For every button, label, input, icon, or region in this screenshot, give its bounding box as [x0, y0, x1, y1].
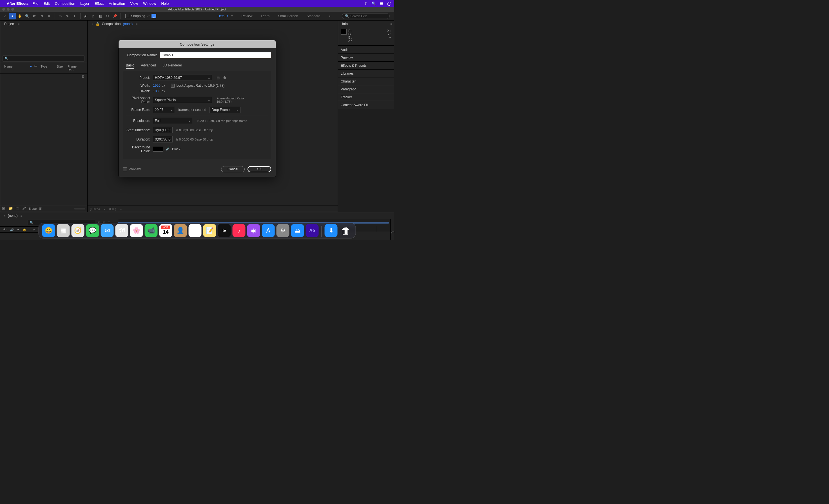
cancel-button[interactable]: Cancel [221, 166, 245, 172]
dock-app-photos[interactable]: 🌸 [130, 224, 143, 237]
menu-animation[interactable]: Animation [109, 1, 125, 6]
panel-audio[interactable]: Audio [338, 46, 394, 53]
brush-tool-icon[interactable]: 🖌 [82, 13, 89, 20]
panel-effects-presets[interactable]: Effects & Presets [338, 61, 394, 69]
panel-preview[interactable]: Preview [338, 53, 394, 61]
dock-app-mail[interactable]: ✉︎ [101, 224, 114, 237]
puppet-tool-icon[interactable]: 📌 [111, 13, 118, 20]
workspace-small-screen[interactable]: Small Screen [278, 14, 298, 18]
anchor-tool-icon[interactable]: ✥ [46, 13, 52, 20]
menubar-control-center-icon[interactable]: ☰ [380, 1, 383, 6]
lock-column-icon[interactable]: 🔒 [21, 228, 28, 231]
dock-app-podcasts[interactable]: ◉ [247, 224, 260, 237]
preset-select[interactable]: HDTV 1080 29.97⌄ [153, 75, 212, 81]
project-panel-tab[interactable]: Project ≡ [2, 21, 22, 27]
window-traffic-lights[interactable] [2, 8, 14, 11]
sort-icon[interactable]: ▲ [29, 64, 32, 72]
menu-edit[interactable]: Edit [43, 1, 49, 6]
new-folder-icon[interactable]: 📁 [9, 206, 13, 211]
eye-column-icon[interactable]: 👁 [2, 228, 8, 231]
search-help-field[interactable]: 🔍 [342, 13, 390, 19]
dock-app-appletv[interactable]: tv [218, 224, 231, 237]
zoom-tool-icon[interactable]: 🔍 [24, 13, 30, 20]
panel-libraries[interactable]: Libraries [338, 69, 394, 77]
workspace-standard[interactable]: Standard [307, 14, 320, 18]
ok-button[interactable]: OK [248, 166, 271, 172]
clone-tool-icon[interactable]: ⎌ [89, 13, 96, 20]
dock-app-safari[interactable]: 🧭 [72, 224, 84, 237]
audio-column-icon[interactable]: 🔊 [8, 228, 15, 231]
panel-tracker[interactable]: Tracker [338, 93, 394, 101]
timeline-tab[interactable]: × (none) ≡ [2, 213, 25, 218]
menu-window[interactable]: Window [143, 1, 156, 6]
pen-tool-icon[interactable]: ✎ [64, 13, 71, 20]
duration-input[interactable] [153, 136, 173, 142]
label-column-icon[interactable]: 🏷 [32, 228, 38, 231]
col-framerate[interactable]: Frame Ra... [66, 64, 85, 72]
dock-app-maps[interactable]: 🗺 [115, 224, 129, 237]
dock-app-messages[interactable]: 💬 [86, 224, 99, 237]
bgcolor-swatch[interactable] [153, 147, 163, 152]
col-name[interactable]: Name [3, 64, 29, 72]
info-panel-menu-icon[interactable]: ≡ [390, 22, 392, 26]
eraser-tool-icon[interactable]: ◧ [97, 13, 104, 20]
timeline-marker-icon[interactable]: 🏷 [391, 230, 394, 234]
snap-option-1-icon[interactable]: ⤢ [147, 14, 150, 18]
dock-app-settings[interactable]: ⚙︎ [277, 224, 289, 237]
panel-content-aware-fill[interactable]: Content-Aware Fill [338, 101, 394, 109]
lock-aspect-checkbox[interactable] [171, 84, 175, 87]
dock-app-facetime[interactable]: 📹 [145, 224, 158, 237]
snap-option-2-icon[interactable]: ⬚ [151, 14, 156, 18]
preset-save-icon[interactable]: ▤ [215, 76, 221, 80]
dock-app-calendar[interactable]: APR14 [159, 224, 172, 237]
panel-paragraph[interactable]: Paragraph [338, 85, 394, 93]
search-help-input[interactable] [350, 14, 387, 18]
dock-app-stocks-or-xcode[interactable]: ⛰ [291, 224, 304, 237]
preset-delete-icon[interactable]: 🗑 [221, 76, 228, 80]
dock-app-reminders[interactable]: ☑︎ [189, 224, 202, 237]
project-search-field[interactable]: 🔍 [3, 56, 85, 62]
dialog-preview-checkbox[interactable] [123, 167, 127, 171]
comp-res[interactable]: (Full) [109, 207, 116, 211]
resolution-select[interactable]: Full⌄ [153, 118, 192, 124]
comp-name-input[interactable] [160, 52, 271, 58]
eyedropper-icon[interactable]: 💉 [165, 147, 170, 151]
trash-icon[interactable]: 🗑 [39, 206, 43, 211]
dock-app-after-effects[interactable]: Ae [306, 224, 319, 237]
dock-app-launchpad[interactable]: ▦ [57, 224, 70, 237]
dropframe-select[interactable]: Drop Frame⌄ [210, 107, 241, 113]
menubar-spotlight-icon[interactable]: 🔍 [371, 1, 376, 6]
col-type[interactable]: Type [39, 64, 55, 72]
dock-app-appstore[interactable]: A [262, 224, 275, 237]
timeline-close-icon[interactable]: × [4, 214, 6, 217]
bpc-label[interactable]: 8 bpc [29, 207, 37, 210]
width-value[interactable]: 1920 [153, 84, 160, 87]
text-tool-icon[interactable]: T [71, 13, 78, 20]
timeline-panel-menu-icon[interactable]: ≡ [21, 214, 23, 218]
workspace-default[interactable]: Default [217, 14, 228, 18]
solo-column-icon[interactable]: ● [15, 228, 21, 231]
height-value[interactable]: 1080 [153, 89, 160, 93]
menu-view[interactable]: View [130, 1, 138, 6]
interpret-footage-icon[interactable]: ▣ [2, 206, 6, 211]
start-timecode-input[interactable] [153, 127, 173, 133]
roto-tool-icon[interactable]: ✂ [104, 13, 111, 20]
new-comp-icon[interactable]: ⬚ [15, 206, 20, 211]
menu-composition[interactable]: Composition [55, 1, 75, 6]
project-footer-slider[interactable] [74, 208, 85, 210]
comp-zoom-chevron-icon[interactable]: ⌄ [103, 207, 106, 211]
dock-app-contacts[interactable]: 👤 [174, 224, 187, 237]
col-size[interactable]: Size [55, 64, 66, 72]
adjust-icon[interactable]: 🖌 [22, 206, 27, 211]
menubar-share-icon[interactable]: ⇪ [364, 1, 367, 6]
dock-app-notes[interactable]: 📝 [203, 224, 216, 237]
menu-layer[interactable]: Layer [80, 1, 89, 6]
menu-help[interactable]: Help [161, 1, 169, 6]
dialog-tab-basic[interactable]: Basic [126, 62, 134, 69]
snapping-checkbox[interactable] [125, 14, 129, 18]
project-items-area[interactable]: ⊞ [0, 73, 87, 205]
dock-app-finder[interactable]: 😀 [42, 224, 55, 237]
dialog-tab-advanced[interactable]: Advanced [141, 62, 156, 69]
menu-effect[interactable]: Effect [94, 1, 104, 6]
par-select[interactable]: Square Pixels⌄ [153, 97, 212, 103]
